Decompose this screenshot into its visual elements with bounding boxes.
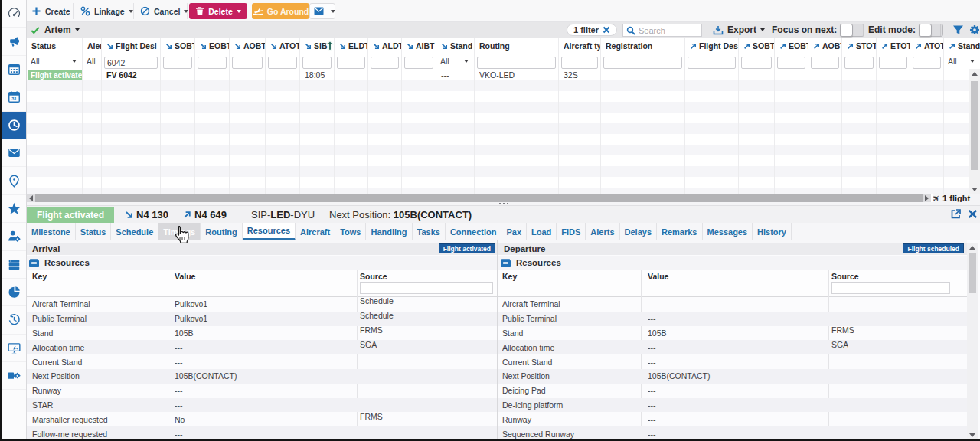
close-panel-icon[interactable] (968, 209, 978, 219)
kv-row[interactable]: Aircraft Terminal --- (498, 297, 967, 312)
tab-tasks[interactable]: Tasks (413, 223, 446, 240)
column-header[interactable]: SIBT (300, 38, 334, 54)
grid-cell[interactable]: --- (436, 69, 474, 80)
column-header[interactable]: AOBT (808, 38, 841, 54)
kv-row[interactable]: STAR --- (27, 398, 497, 413)
sidebar-item-pie-chart[interactable] (2, 279, 26, 306)
column-header[interactable]: STOT (842, 38, 876, 54)
resources-section-header[interactable]: Resources (27, 256, 497, 270)
column-header[interactable]: Aircraft ty (559, 38, 600, 54)
user-filter-dropdown[interactable]: Artem (31, 22, 80, 38)
filter-input[interactable] (232, 57, 263, 69)
sidebar-item-envelope[interactable] (2, 139, 26, 167)
sidebar-item-star[interactable] (2, 195, 26, 223)
sidebar-item-clock[interactable] (2, 112, 26, 139)
kv-row[interactable]: Deicing Pad --- (498, 384, 967, 398)
filter-funnel-icon[interactable] (952, 24, 964, 35)
column-header[interactable]: ATOT (910, 38, 943, 54)
tab-tows[interactable]: Tows (335, 223, 366, 240)
scroll-right-icon[interactable] (925, 195, 929, 201)
column-header[interactable]: ATOT (266, 38, 299, 54)
sidebar-item-gauge[interactable] (2, 0, 26, 28)
kv-row[interactable]: Current Stand --- (27, 354, 497, 369)
filter-input[interactable] (371, 57, 399, 69)
tab-alerts[interactable]: Alerts (586, 223, 619, 240)
scrollbar-thumb[interactable] (969, 253, 976, 293)
grid-cell[interactable]: FV 6042 (102, 69, 160, 80)
filter-input[interactable] (477, 57, 556, 69)
column-header[interactable]: SOBT (739, 38, 774, 54)
sidebar-item-megaphone[interactable] (2, 28, 26, 55)
filter-select[interactable]: All (29, 55, 80, 67)
settings-gear-icon[interactable] (969, 24, 980, 35)
grid-cell[interactable]: 18:05 (300, 69, 334, 80)
filter-input[interactable] (404, 57, 433, 69)
go-around-button[interactable]: Go Around (252, 3, 309, 19)
outbound-flight[interactable]: N4 649 (183, 206, 227, 224)
sidebar-item-calendar[interactable] (2, 56, 26, 83)
messages-dropdown-button[interactable] (309, 3, 335, 19)
source-filter-input[interactable] (831, 282, 950, 294)
splitter-handle-icon[interactable] (499, 203, 511, 204)
tab-remarks[interactable]: Remarks (657, 223, 702, 240)
remove-filter-icon[interactable] (603, 26, 610, 34)
active-filter-chip[interactable]: 1 filter (567, 24, 617, 36)
kv-row[interactable]: Aircraft Terminal Pulkovo1 Schedule (27, 297, 497, 312)
tab-pax[interactable]: Pax (501, 223, 527, 240)
kv-row[interactable]: Stand 105B FRMS (27, 326, 497, 341)
filter-select[interactable]: All (439, 55, 472, 67)
tab-handling[interactable]: Handling (366, 223, 412, 240)
tab-history[interactable]: History (753, 223, 792, 240)
filter-input[interactable] (603, 57, 682, 69)
grid-cell[interactable]: 32S (559, 69, 600, 80)
linkage-button[interactable]: Linkage (80, 3, 133, 19)
value-column-header[interactable]: Value (175, 272, 195, 281)
filter-input[interactable] (741, 57, 772, 69)
column-header[interactable]: AIBT (402, 38, 436, 54)
kv-row[interactable]: Public Terminal Pulkovo1 Schedule (27, 312, 497, 326)
column-header[interactable]: ALDT (368, 38, 401, 54)
column-header[interactable]: ETOT (877, 38, 910, 54)
scroll-down-icon[interactable] (969, 433, 975, 437)
grid-horizontal-scrollbar[interactable] (27, 194, 931, 202)
value-column-header[interactable]: Value (648, 272, 668, 281)
column-header[interactable]: ELDT (335, 38, 368, 54)
tab-messages[interactable]: Messages (703, 223, 753, 240)
filter-input[interactable] (268, 57, 297, 69)
column-header[interactable]: AOBT (230, 38, 265, 54)
filter-input[interactable] (879, 57, 907, 69)
export-button[interactable]: Export (713, 22, 765, 38)
filter-input[interactable] (198, 57, 227, 69)
column-header[interactable]: Flight Desi (102, 38, 160, 54)
grid-cell[interactable]: VKO-LED (475, 69, 558, 80)
column-header[interactable]: Stand (944, 38, 980, 54)
kv-row[interactable]: Next Position 105B(CONTACT) (498, 369, 967, 384)
sidebar-item-location-pin[interactable] (2, 167, 26, 194)
sidebar-item-monitor-plane[interactable] (2, 335, 26, 362)
tab-load[interactable]: Load (527, 223, 557, 240)
column-header[interactable]: EOBT (195, 38, 229, 54)
kv-row[interactable]: Next Position 105B(CONTACT) (27, 369, 497, 384)
kv-row[interactable]: Marshaller requested No FRMS (27, 412, 497, 426)
kv-row[interactable]: Runway --- (27, 384, 497, 398)
source-column-header[interactable]: Source (360, 272, 387, 281)
key-column-header[interactable]: Key (502, 272, 517, 281)
grid-vertical-scrollbar[interactable] (969, 69, 980, 194)
filter-input[interactable] (913, 57, 941, 69)
filter-input[interactable] (561, 57, 598, 69)
scrollbar-thumb[interactable] (971, 81, 978, 170)
focus-on-next-toggle[interactable] (840, 24, 864, 37)
source-column-header[interactable]: Source (831, 272, 859, 281)
tab-milestone[interactable]: Milestone (27, 223, 76, 240)
filter-select[interactable]: All (946, 55, 978, 67)
sidebar-item-camera-gear[interactable] (2, 362, 26, 390)
filter-input[interactable] (688, 57, 736, 69)
kv-row[interactable]: Runway --- (498, 412, 967, 426)
filter-input[interactable] (844, 57, 874, 69)
kv-row[interactable]: Allocation time --- SGA (498, 340, 967, 354)
tab-status[interactable]: Status (76, 223, 112, 240)
sidebar-item-user-gear[interactable] (2, 223, 26, 250)
kv-row[interactable]: Stand 105B FRMS (498, 326, 967, 341)
kv-row[interactable]: De-icing platform --- (498, 398, 967, 413)
column-header[interactable]: EOBT (775, 38, 808, 54)
